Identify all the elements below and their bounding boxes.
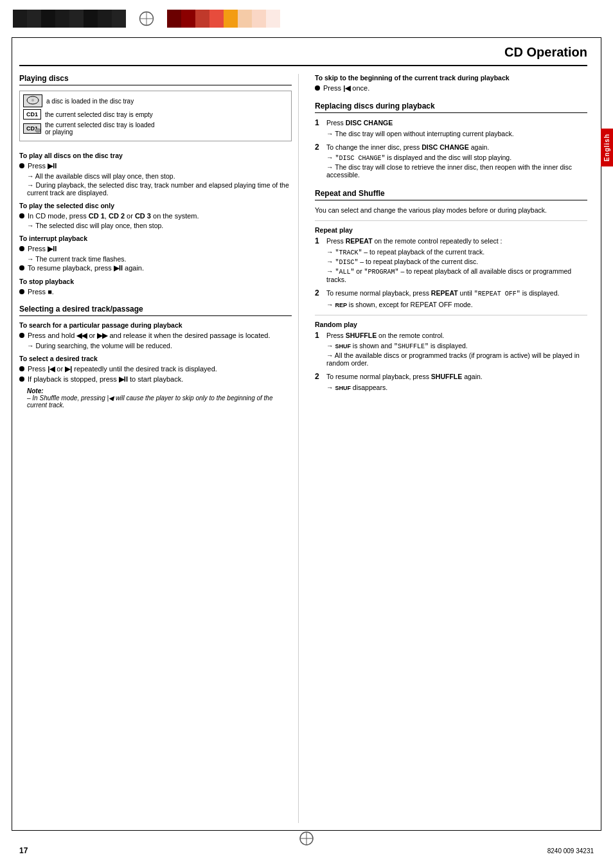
note-label: Note:	[27, 387, 44, 394]
top-bar	[0, 0, 613, 32]
random-step1-arrow2-text: All the available discs or programmed tr…	[326, 351, 587, 367]
disc-row-playing: CD1 the current selected disc tray is lo…	[23, 121, 288, 136]
repeat-step1-arrow3-text: "ALL" or "PROGRAM" – to repeat playback …	[326, 267, 587, 283]
replace-step2-arrow1-text: "DISC CHANGE" is displayed and the disc …	[326, 154, 511, 162]
note-text: – In Shuffle mode, pressing |◀ will caus…	[27, 394, 273, 409]
play-all-arrow1-text: All the available discs will play once, …	[27, 172, 175, 180]
bullet-icon	[19, 213, 24, 218]
section-repeat-shuffle: Repeat and Shuffle	[315, 189, 587, 200]
repeat-step-num-2: 2	[315, 288, 323, 297]
svg-point-4	[31, 99, 34, 102]
sep-line-2	[315, 315, 587, 315]
step-number-1: 1	[315, 118, 323, 127]
disc-icon-loaded	[23, 94, 42, 107]
skip-bullet: Press |◀ once.	[315, 84, 587, 93]
random-step2-arrow-text: SHUF disappears.	[326, 384, 387, 391]
play-selected-arrow-text: The selected disc will play once, then s…	[27, 222, 163, 229]
disc-icon-cd1-playing: CD1	[23, 123, 41, 134]
disc-diagram: a disc is loaded in the disc tray CD1 th…	[19, 91, 292, 141]
replace-step1: 1 Press DISC CHANGE The disc tray will o…	[315, 118, 587, 139]
skip-text: Press |◀ once.	[323, 84, 369, 93]
stop-press: Press ■.	[28, 288, 54, 296]
stop-bullet: Press ■.	[19, 288, 292, 296]
play-selected-title: To play the selected disc only	[19, 202, 292, 209]
random-step1-content: Press SHUFFLE on the remote control. SHU…	[326, 331, 587, 369]
replace-step1-content: Press DISC CHANGE The disc tray will ope…	[326, 118, 514, 139]
section-track-passage: Selecting a desired track/passage	[19, 305, 292, 316]
repeat-play-subtitle: Repeat play	[315, 226, 587, 234]
color-block	[27, 10, 41, 28]
bullet-icon	[19, 265, 24, 270]
border-left	[12, 37, 12, 831]
color-block	[84, 10, 98, 28]
color-block	[112, 10, 126, 28]
page-number: 17	[19, 846, 28, 855]
skip-title: To skip to the beginning of the current …	[315, 74, 587, 82]
bullet-icon	[19, 376, 24, 382]
color-block	[238, 10, 252, 28]
random-play-subtitle: Random play	[315, 321, 587, 328]
repeat-step1-arrow1-text: "TRACK" – to repeat playback of the curr…	[326, 248, 484, 256]
search-bullet: Press and hold ◀◀ or ▶▶ and release it w…	[19, 332, 292, 340]
random-step1: 1 Press SHUFFLE on the remote control. S…	[315, 331, 587, 369]
replace-step1-text: Press DISC CHANGE	[326, 118, 514, 128]
random-step2-arrow: SHUF disappears.	[326, 384, 483, 391]
color-block	[13, 10, 27, 28]
replace-step2-arrow2: The disc tray will close to retrieve the…	[326, 163, 587, 179]
random-step1-arrow1-text: SHUF is shown and "SHUFFLE" is displayed…	[326, 342, 468, 350]
border-top	[12, 37, 601, 38]
product-code: 8240 009 34231	[547, 847, 594, 855]
interrupt-arrow1-text: The current track time flashes.	[27, 255, 126, 263]
color-block	[209, 10, 224, 28]
disc-legend-loaded-label: a disc is loaded in the disc tray	[46, 98, 134, 105]
color-block	[195, 10, 209, 28]
interrupt-title: To interrupt playback	[19, 235, 292, 242]
color-block	[266, 10, 280, 28]
bottom-bar: 17 8240 009 34231	[19, 846, 594, 855]
replace-step2: 2 To change the inner disc, press DISC C…	[315, 143, 587, 181]
play-selected-bullet: In CD mode, press CD 1, CD 2 or CD 3 on …	[19, 212, 292, 220]
play-all-title: To play all discs on the disc tray	[19, 152, 292, 159]
section-playing-discs: Playing discs	[19, 74, 292, 85]
search-arrow: During searching, the volume will be red…	[27, 342, 292, 350]
replace-step2-content: To change the inner disc, press DISC CHA…	[326, 143, 587, 181]
replace-step1-arrow: The disc tray will open without interrup…	[326, 130, 514, 137]
repeat-step1: 1 Press REPEAT on the remote control rep…	[315, 236, 587, 285]
disc-legend-playing-label: the current selected disc tray is loaded…	[45, 121, 155, 136]
color-block	[69, 10, 84, 28]
select-track-bullet1: Press |◀ or ▶| repeatedly until the desi…	[19, 365, 292, 373]
random-step1-arrow2: All the available discs or programmed tr…	[326, 351, 587, 367]
repeat-shuffle-intro: You can select and change the various pl…	[315, 206, 587, 215]
color-block	[252, 10, 266, 28]
bullet-icon	[19, 289, 24, 294]
page-title: CD Operation	[19, 45, 587, 66]
right-column: To skip to the beginning of the current …	[312, 74, 587, 823]
color-block	[55, 10, 69, 28]
color-block	[181, 10, 195, 28]
repeat-step2: 2 To resume normal playback, press REPEA…	[315, 288, 587, 310]
left-color-blocks	[13, 10, 126, 28]
interrupt-bullet1: Press ▶II	[19, 245, 292, 253]
repeat-step2-content: To resume normal playback, press REPEAT …	[326, 288, 559, 310]
disc-icon-cd1: CD1	[23, 109, 41, 120]
select-track-text1: Press |◀ or ▶| repeatedly until the desi…	[28, 365, 217, 373]
right-color-blocks	[167, 10, 280, 28]
random-step2-content: To resume normal playback, press SHUFFLE…	[326, 372, 483, 393]
repeat-step1-arrow1: "TRACK" – to repeat playback of the curr…	[326, 248, 587, 256]
color-block	[167, 10, 181, 28]
interrupt-arrow1: The current track time flashes.	[27, 255, 292, 263]
replace-step2-arrow1: "DISC CHANGE" is displayed and the disc …	[326, 154, 587, 162]
repeat-step1-text: Press REPEAT on the remote control repea…	[326, 236, 587, 246]
svg-point-5	[35, 128, 40, 132]
search-text: Press and hold ◀◀ or ▶▶ and release it w…	[28, 332, 271, 340]
repeat-step-num-1: 1	[315, 236, 323, 245]
left-column: Playing discs a disc is loaded in the di…	[19, 74, 299, 823]
play-all-press: Press ▶II	[28, 162, 57, 170]
page-wrapper: English CD Operation Playing discs a dis…	[0, 0, 613, 868]
repeat-step2-arrow-text: REP is shown, except for REPEAT OFF mode…	[326, 301, 473, 308]
bullet-icon	[19, 163, 24, 168]
repeat-step1-arrow3: "ALL" or "PROGRAM" – to repeat playback …	[326, 267, 587, 283]
interrupt-resume: To resume playback, press ▶II again.	[28, 264, 144, 272]
sep-line-1	[315, 220, 587, 221]
disc-legend-empty-label: the current selected disc tray is empty	[45, 111, 153, 118]
